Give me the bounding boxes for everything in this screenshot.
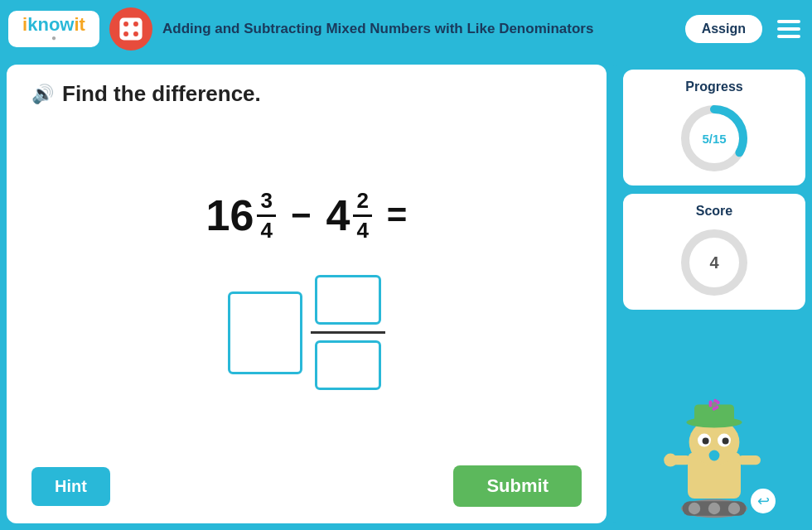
mixed-number-1: 16 3 4 bbox=[206, 189, 276, 242]
score-value: 4 bbox=[709, 253, 718, 272]
fraction-2: 2 4 bbox=[353, 189, 371, 242]
question-header: 🔊 Find the difference. bbox=[31, 81, 582, 107]
svg-point-21 bbox=[664, 454, 677, 467]
fraction-divider-line bbox=[311, 331, 385, 334]
mixed-number-2: 4 2 4 bbox=[326, 189, 371, 242]
robot-area: ↩ bbox=[648, 318, 781, 518]
hamburger-line-1 bbox=[777, 20, 800, 23]
answer-area bbox=[228, 275, 385, 390]
lesson-title: Adding and Subtracting Mixed Numbers wit… bbox=[162, 20, 674, 38]
logo-sub: ● bbox=[17, 34, 91, 42]
answer-numerator-input[interactable] bbox=[315, 275, 381, 325]
main-content: 🔊 Find the difference. 16 3 4 − 4 bbox=[0, 58, 812, 530]
svg-rect-18 bbox=[711, 455, 718, 459]
question-text: Find the difference. bbox=[62, 81, 261, 107]
svg-point-25 bbox=[708, 503, 720, 514]
answer-fraction-box bbox=[311, 275, 385, 390]
bottom-buttons: Hint Submit bbox=[31, 465, 582, 507]
answer-whole-input[interactable] bbox=[228, 292, 302, 374]
speaker-icon[interactable]: 🔊 bbox=[31, 84, 54, 105]
equation-area: 16 3 4 − 4 2 4 = bbox=[31, 123, 582, 455]
fraction-1: 3 4 bbox=[257, 189, 275, 242]
progress-chart: 5/15 bbox=[677, 101, 752, 176]
score-section: Score 4 bbox=[623, 194, 805, 310]
svg-point-4 bbox=[133, 31, 138, 36]
back-arrow-icon: ↩ bbox=[757, 492, 770, 510]
svg-rect-0 bbox=[119, 17, 142, 40]
operator: − bbox=[291, 195, 312, 235]
svg-point-16 bbox=[723, 437, 729, 444]
hamburger-line-2 bbox=[777, 27, 800, 31]
lesson-icon bbox=[109, 7, 152, 51]
svg-rect-20 bbox=[737, 455, 761, 465]
progress-value: 5/15 bbox=[702, 132, 726, 146]
svg-point-3 bbox=[123, 31, 128, 36]
panel-divider bbox=[613, 65, 616, 523]
score-chart: 4 bbox=[677, 225, 752, 300]
denominator-1: 4 bbox=[257, 217, 275, 243]
right-panel: Progress 5/15 Score 4 bbox=[623, 65, 805, 523]
answer-denominator-input[interactable] bbox=[315, 340, 381, 390]
whole-2: 4 bbox=[326, 190, 350, 240]
hamburger-line-3 bbox=[777, 35, 800, 38]
denominator-2: 4 bbox=[353, 217, 371, 243]
svg-point-12 bbox=[712, 402, 717, 407]
whole-1: 16 bbox=[206, 190, 254, 240]
progress-title: Progress bbox=[685, 80, 742, 94]
svg-point-15 bbox=[703, 437, 709, 444]
progress-section: Progress 5/15 bbox=[623, 70, 805, 186]
equals-sign: = bbox=[387, 195, 408, 235]
svg-point-24 bbox=[689, 503, 700, 514]
back-button[interactable]: ↩ bbox=[749, 487, 777, 515]
numerator-1: 3 bbox=[257, 189, 275, 217]
equation-row: 16 3 4 − 4 2 4 = bbox=[206, 189, 408, 242]
hint-button[interactable]: Hint bbox=[31, 467, 110, 506]
logo: iknowit ● bbox=[8, 11, 99, 47]
score-title: Score bbox=[696, 204, 732, 219]
assign-button[interactable]: Assign bbox=[684, 13, 764, 45]
numerator-2: 2 bbox=[353, 189, 371, 217]
svg-point-2 bbox=[133, 22, 138, 26]
submit-button[interactable]: Submit bbox=[453, 465, 582, 507]
hamburger-menu-button[interactable] bbox=[774, 17, 804, 41]
left-panel: 🔊 Find the difference. 16 3 4 − 4 bbox=[7, 65, 607, 523]
svg-point-1 bbox=[123, 22, 128, 26]
header: iknowit ● Adding and Subtracting Mixed N… bbox=[0, 0, 812, 58]
svg-point-26 bbox=[728, 503, 740, 514]
